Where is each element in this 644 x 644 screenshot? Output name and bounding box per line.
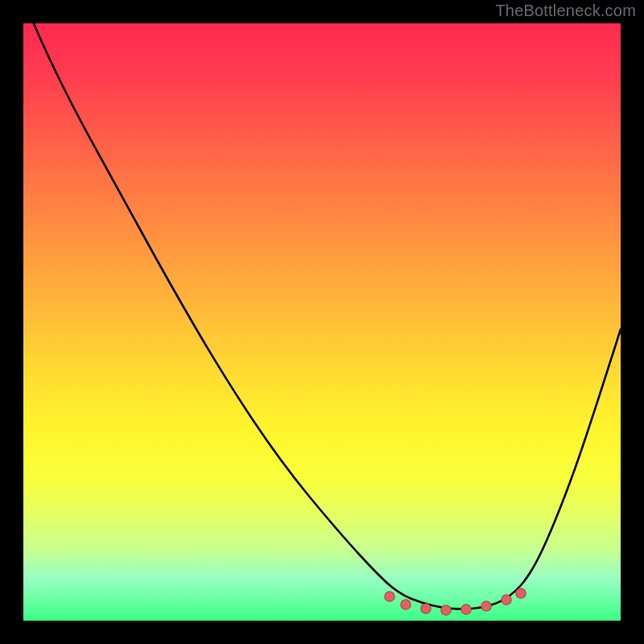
flat-region-dots	[385, 588, 526, 615]
dot	[502, 595, 511, 605]
dot	[421, 604, 431, 613]
plot-area	[23, 23, 621, 621]
chart-frame: TheBottleneck.com	[0, 0, 644, 644]
dot	[385, 592, 394, 601]
dot	[461, 605, 471, 614]
chart-svg	[23, 23, 621, 621]
curve-line	[23, 23, 621, 609]
dot	[481, 601, 491, 611]
credit-text: TheBottleneck.com	[495, 2, 636, 20]
dot	[401, 600, 411, 609]
dot	[516, 588, 526, 598]
dot	[441, 605, 451, 615]
